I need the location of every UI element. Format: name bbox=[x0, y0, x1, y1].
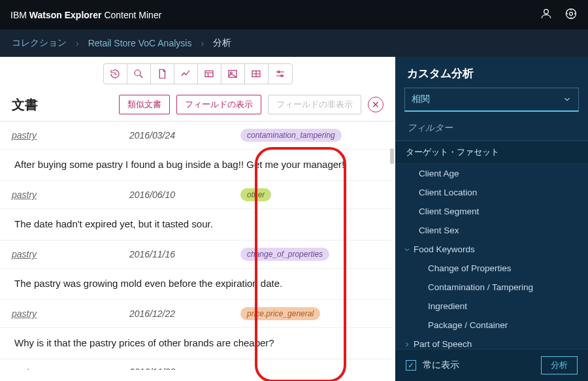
doc-tag[interactable]: contamination_tampering bbox=[240, 129, 342, 142]
settings-slider-icon[interactable] bbox=[269, 64, 292, 84]
facet-label: Food Keywords bbox=[414, 244, 475, 254]
filter-label: フィルター bbox=[395, 118, 588, 141]
hide-fields-button: フィールドの非表示 bbox=[268, 95, 361, 114]
breadcrumb-current: 分析 bbox=[213, 37, 231, 49]
table-row[interactable]: pastry2016/06/10other bbox=[0, 181, 391, 209]
facet-label: Client Age bbox=[419, 169, 459, 178]
doc-text: The pastry was growing mold even before … bbox=[0, 269, 391, 300]
facet-item[interactable]: Part of Speech bbox=[395, 335, 588, 349]
help-icon[interactable] bbox=[564, 7, 578, 23]
dashboard-icon[interactable] bbox=[198, 64, 221, 84]
facet-label: Client Location bbox=[419, 188, 477, 197]
analyze-button[interactable]: 分析 bbox=[541, 356, 578, 374]
doc-tag[interactable]: change_of_properties bbox=[240, 248, 329, 261]
select-value: 相関 bbox=[412, 93, 430, 105]
svg-rect-4 bbox=[205, 71, 213, 77]
document-list: pastry2016/03/24contamination_tamperingA… bbox=[0, 122, 395, 370]
user-icon[interactable] bbox=[540, 7, 553, 23]
doc-date: 2016/12/22 bbox=[129, 308, 240, 319]
facet-label: Part of Speech bbox=[414, 339, 472, 349]
show-fields-button[interactable]: フィールドの表示 bbox=[176, 95, 261, 114]
facet-list: Client AgeClient LocationClient SegmentC… bbox=[395, 164, 588, 349]
scrollbar-thumb[interactable] bbox=[390, 148, 394, 164]
svg-point-2 bbox=[570, 12, 573, 15]
doc-date: 2016/06/10 bbox=[129, 190, 240, 200]
facet-item[interactable]: Change of Properties bbox=[395, 259, 588, 278]
doc-text: The date hadn't expired yet, but it tast… bbox=[0, 209, 391, 240]
document-icon[interactable] bbox=[151, 64, 174, 84]
chevron-right-icon bbox=[403, 340, 411, 348]
breadcrumb: コレクション › Retail Store VoC Analysis › 分析 bbox=[0, 29, 588, 57]
table-row[interactable]: pastry2016/11/16change_of_properties bbox=[0, 240, 391, 269]
similar-docs-button[interactable]: 類似文書 bbox=[119, 95, 170, 114]
facet-label: Change of Properties bbox=[428, 263, 512, 273]
analysis-type-select[interactable]: 相関 bbox=[404, 88, 579, 112]
doc-category[interactable]: pastry bbox=[12, 190, 129, 200]
always-show-label: 常に表示 bbox=[423, 359, 459, 371]
chevron-down-icon bbox=[403, 246, 411, 254]
grid-icon[interactable] bbox=[245, 64, 269, 84]
doc-category[interactable]: pastry bbox=[12, 308, 129, 319]
facet-item[interactable]: Contamination / Tampering bbox=[395, 278, 588, 297]
table-row[interactable]: pastry2016/11/28 bbox=[0, 359, 391, 370]
image-icon[interactable] bbox=[221, 64, 245, 84]
target-facet-header: ターゲット・ファセット bbox=[395, 141, 588, 164]
search-icon[interactable] bbox=[127, 64, 151, 84]
breadcrumb-collections[interactable]: コレクション bbox=[12, 37, 67, 49]
doc-category[interactable]: pastry bbox=[12, 367, 129, 370]
doc-category[interactable]: pastry bbox=[12, 130, 129, 141]
facet-label: Ingredient bbox=[428, 301, 467, 311]
right-panel: カスタム分析 相関 フィルター ターゲット・ファセット Client AgeCl… bbox=[395, 57, 588, 381]
always-show-checkbox[interactable]: ✓ bbox=[406, 360, 416, 371]
chevron-down-icon bbox=[563, 95, 572, 104]
page-title: 文書 bbox=[12, 96, 38, 114]
toolbar bbox=[0, 61, 395, 90]
history-icon[interactable] bbox=[104, 64, 127, 84]
close-icon[interactable]: ✕ bbox=[368, 97, 384, 112]
facet-item[interactable]: Client Sex bbox=[395, 221, 588, 240]
svg-point-3 bbox=[135, 70, 140, 76]
facet-label: Client Segment bbox=[419, 207, 479, 216]
doc-category[interactable]: pastry bbox=[12, 249, 129, 259]
trend-icon[interactable] bbox=[174, 64, 198, 84]
doc-text: After buying some pastry I found a bug i… bbox=[0, 150, 391, 181]
facet-label: Client Sex bbox=[419, 225, 459, 235]
chevron-right-icon: › bbox=[201, 38, 204, 48]
doc-date: 2016/11/16 bbox=[129, 249, 240, 259]
facet-item[interactable]: Client Age bbox=[395, 164, 588, 183]
breadcrumb-collection-name[interactable]: Retail Store VoC Analysis bbox=[88, 38, 192, 48]
table-row[interactable]: pastry2016/03/24contamination_tampering bbox=[0, 122, 391, 150]
top-bar: IBM Watson Explorer Content Miner bbox=[0, 0, 588, 29]
facet-item[interactable]: Package / Container bbox=[395, 316, 588, 335]
custom-analysis-title: カスタム分析 bbox=[395, 57, 588, 88]
chevron-right-icon: › bbox=[76, 38, 79, 48]
svg-point-0 bbox=[544, 9, 549, 14]
doc-text: Why is it that the pastry prices of othe… bbox=[0, 328, 391, 359]
doc-tag[interactable]: other bbox=[240, 188, 271, 201]
app-brand: IBM Watson Explorer Content Miner bbox=[10, 10, 161, 20]
table-row[interactable]: pastry2016/12/22price.price_general bbox=[0, 300, 391, 328]
facet-item[interactable]: Client Segment bbox=[395, 202, 588, 221]
left-pane: 文書 類似文書 フィールドの表示 フィールドの非表示 ✕ pastry2016/… bbox=[0, 57, 395, 381]
facet-item[interactable]: Client Location bbox=[395, 183, 588, 202]
facet-label: Package / Container bbox=[428, 320, 508, 330]
facet-label: Contamination / Tampering bbox=[428, 282, 533, 292]
doc-date: 2016/03/24 bbox=[129, 130, 240, 141]
facet-item[interactable]: Ingredient bbox=[395, 297, 588, 316]
doc-tag[interactable]: price.price_general bbox=[240, 307, 320, 320]
panel-footer: ✓ 常に表示 分析 bbox=[395, 349, 588, 381]
facet-item[interactable]: Food Keywords bbox=[395, 240, 588, 259]
doc-date: 2016/11/28 bbox=[129, 367, 240, 370]
